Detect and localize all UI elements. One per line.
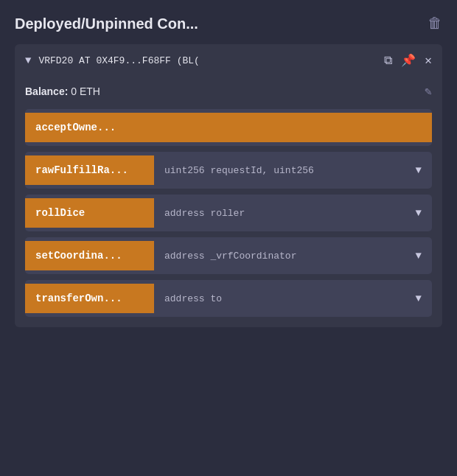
- function-params: address roller: [154, 208, 405, 219]
- function-row: acceptOwne...: [25, 109, 432, 146]
- trash-icon[interactable]: 🗑: [428, 15, 442, 32]
- expand-chevron-icon[interactable]: ▼: [405, 293, 432, 304]
- expand-chevron-icon[interactable]: ▼: [405, 207, 432, 219]
- function-row: transferOwn... address to ▼: [25, 280, 432, 317]
- function-button-setCoordina[interactable]: setCoordina...: [25, 241, 154, 270]
- main-panel: Deployed/Unpinned Con... 🗑 Copy ▼ VRFD20…: [0, 0, 457, 476]
- expand-chevron-icon[interactable]: ▼: [405, 250, 432, 262]
- function-button-rawFulfillRa[interactable]: rawFulfillRa...: [25, 155, 154, 185]
- function-params: address to: [154, 293, 405, 304]
- function-button-transferOwn[interactable]: transferOwn...: [25, 284, 154, 313]
- edit-icon[interactable]: ✎: [425, 84, 432, 99]
- pin-icon[interactable]: 📌: [401, 53, 416, 68]
- contract-address: VRFD20 AT 0X4F9...F68FF (BL(: [38, 55, 377, 66]
- panel-header: Deployed/Unpinned Con... 🗑: [15, 15, 442, 32]
- function-params: uint256 requestId, uint256: [154, 165, 405, 176]
- balance-text: Balance: 0 ETH: [25, 85, 100, 97]
- contract-header: Copy ▼ VRFD20 AT 0X4F9...F68FF (BL( ⧉ 📌 …: [15, 44, 442, 77]
- function-button-rollDice[interactable]: rollDice: [25, 198, 154, 228]
- contract-section: Copy ▼ VRFD20 AT 0X4F9...F68FF (BL( ⧉ 📌 …: [15, 44, 442, 327]
- expand-chevron-icon[interactable]: ▼: [405, 164, 432, 176]
- balance-row: Balance: 0 ETH ✎: [15, 77, 442, 109]
- function-row: setCoordina... address _vrfCoordinator ▼: [25, 237, 432, 274]
- balance-label: Balance:: [25, 85, 68, 97]
- close-icon[interactable]: ✕: [425, 53, 432, 68]
- function-row: rollDice address roller ▼: [25, 195, 432, 231]
- contract-collapse-icon[interactable]: ▼: [25, 55, 31, 66]
- panel-title: Deployed/Unpinned Con...: [15, 15, 198, 32]
- balance-value: 0 ETH: [71, 85, 100, 97]
- functions-list: acceptOwne... rawFulfillRa... uint256 re…: [15, 109, 442, 327]
- function-params: address _vrfCoordinator: [154, 251, 405, 262]
- function-button-acceptOwne[interactable]: acceptOwne...: [25, 113, 432, 142]
- copy-icon[interactable]: ⧉: [384, 54, 392, 68]
- function-row: rawFulfillRa... uint256 requestId, uint2…: [25, 152, 432, 189]
- header-icons: ⧉ 📌 ✕: [384, 53, 432, 68]
